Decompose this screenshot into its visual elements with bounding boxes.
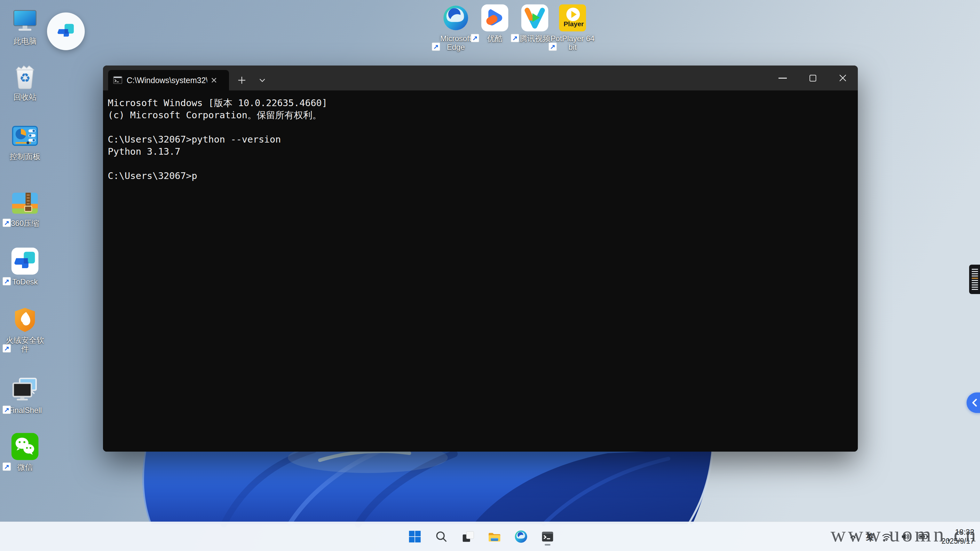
edge-taskbar-button[interactable] xyxy=(513,527,529,546)
folder-icon xyxy=(487,529,502,544)
clock-date: 2025/9/17 xyxy=(937,537,974,546)
battery-charging-icon xyxy=(918,530,929,543)
taskbar-clock[interactable]: 18:32 2025/9/17 xyxy=(937,528,974,546)
battery-icon[interactable] xyxy=(918,531,929,542)
terminal-tab-bar: C:\Windows\system32\cmd.ex xyxy=(103,65,858,91)
desktop-icon-label: ToDesk xyxy=(12,278,38,286)
recycle-bin-icon: ♻ xyxy=(11,62,39,91)
file-explorer-button[interactable] xyxy=(487,527,503,546)
desktop-icon-finalshell[interactable]: ↗ FinalShell xyxy=(3,375,47,414)
chevron-left-icon xyxy=(969,396,980,409)
running-app-indicator xyxy=(545,544,550,546)
shortcut-arrow-icon: ↗ xyxy=(3,219,11,227)
wifi-icon[interactable] xyxy=(881,531,892,542)
terminal-taskbar-button[interactable] xyxy=(539,527,555,546)
shortcut-arrow-icon: ↗ xyxy=(3,277,11,286)
terminal-line xyxy=(108,157,850,170)
slider-tick xyxy=(972,273,978,274)
shortcut-arrow-icon: ↗ xyxy=(3,462,11,471)
todesk-icon xyxy=(11,247,39,275)
desktop-icon-recycle-bin[interactable]: ♻ 回收站 xyxy=(3,62,47,101)
ime-indicator[interactable]: 英 xyxy=(866,532,874,542)
terminal-line: C:\Users\32067>python --version xyxy=(108,133,850,145)
desktop-icon-label: 回收站 xyxy=(13,93,37,101)
desktop-icon-label: 优酷 xyxy=(487,34,503,43)
shortcut-arrow-icon: ↗ xyxy=(549,43,557,51)
control-panel-icon xyxy=(11,122,39,150)
desktop-icon-control-panel[interactable]: 控制面板 xyxy=(3,121,47,161)
tencent-video-icon xyxy=(521,4,549,32)
terminal-icon xyxy=(540,529,555,544)
clock-time: 18:32 xyxy=(937,528,974,537)
task-view-icon xyxy=(461,529,475,544)
edge-icon xyxy=(442,4,470,32)
minimize-icon xyxy=(778,78,787,79)
new-tab-button[interactable] xyxy=(234,73,250,88)
todesk-floating-ball[interactable] xyxy=(47,13,85,50)
plus-icon xyxy=(237,75,247,85)
speaker-icon xyxy=(900,531,911,542)
svg-text:♻: ♻ xyxy=(19,71,31,85)
desktop-icon-wechat[interactable]: ↗ 微信 xyxy=(3,432,47,472)
terminal-body[interactable]: Microsoft Windows [版本 10.0.22635.4660] (… xyxy=(103,91,858,452)
desktop-icon-label: FinalShell xyxy=(8,406,41,414)
desktop-icon-potplayer[interactable]: Player ↗ PotPlayer 64 bit xyxy=(549,3,597,51)
desktop-icon-this-pc[interactable]: 此电脑 xyxy=(3,6,47,45)
slider-tick-active xyxy=(972,278,978,279)
finalshell-icon xyxy=(11,376,39,404)
maximize-icon xyxy=(810,75,816,81)
shortcut-arrow-icon: ↗ xyxy=(3,406,11,414)
desktop-icon-huorong[interactable]: ↗ 火绒安全软件 xyxy=(3,305,47,353)
taskbar: 英 xyxy=(0,522,980,551)
shortcut-arrow-icon: ↗ xyxy=(3,344,11,353)
this-pc-icon xyxy=(11,6,39,35)
slider-tick xyxy=(972,284,978,286)
edge-icon xyxy=(514,529,528,544)
shortcut-arrow-icon: ↗ xyxy=(471,34,479,42)
slider-tick xyxy=(972,287,978,287)
desktop-icon-label: 此电脑 xyxy=(13,37,37,45)
huorong-shield-icon xyxy=(11,306,39,333)
terminal-line: C:\Users\32067>p xyxy=(108,170,850,182)
shortcut-arrow-icon: ↗ xyxy=(432,43,440,51)
desktop-icon-360zip[interactable]: ↗ 360压缩 xyxy=(3,188,47,227)
minimize-button[interactable] xyxy=(768,65,798,91)
start-button[interactable] xyxy=(407,527,423,546)
close-icon xyxy=(210,77,218,84)
terminal-line: (c) Microsoft Corporation。保留所有权利。 xyxy=(108,109,850,121)
terminal-tab-cmd[interactable]: C:\Windows\system32\cmd.ex xyxy=(108,70,229,91)
desktop-icon-label: 控制面板 xyxy=(10,152,40,161)
svg-text:Player: Player xyxy=(563,20,584,27)
tab-close-button[interactable] xyxy=(208,75,220,86)
desktop-icon-label: 微信 xyxy=(17,463,33,472)
slider-tick xyxy=(972,271,978,272)
maximize-button[interactable] xyxy=(798,65,828,91)
desktop-icon-label: 腾讯视频 xyxy=(519,34,550,43)
taskbar-center xyxy=(407,522,555,551)
chevron-down-icon xyxy=(258,76,266,84)
search-button[interactable] xyxy=(433,527,449,546)
slider-tick xyxy=(972,269,978,270)
shortcut-arrow-icon: ↗ xyxy=(511,34,519,42)
tab-dropdown-button[interactable] xyxy=(255,73,270,88)
windows-logo-icon xyxy=(407,529,422,544)
chevron-up-icon xyxy=(848,532,858,541)
youku-icon xyxy=(481,4,509,32)
task-view-button[interactable] xyxy=(460,527,476,546)
terminal-window: C:\Windows\system32\cmd.ex xyxy=(103,65,858,452)
slider-tick xyxy=(972,289,978,290)
slider-tick xyxy=(972,280,978,281)
hidden-icons-button[interactable] xyxy=(847,531,859,542)
terminal-line: Microsoft Windows [版本 10.0.22635.4660] xyxy=(108,97,850,109)
edge-slider-widget[interactable] xyxy=(969,265,980,294)
slider-tick xyxy=(972,282,978,283)
volume-icon[interactable] xyxy=(899,531,911,542)
terminal-line xyxy=(108,121,850,133)
cmd-icon xyxy=(113,75,123,85)
slider-tick xyxy=(972,275,978,276)
close-button[interactable] xyxy=(828,65,858,91)
desktop-icon-label: 360压缩 xyxy=(11,219,39,227)
desktop-icon-todesk[interactable]: ↗ ToDesk xyxy=(3,246,47,286)
system-tray: 英 xyxy=(847,522,974,551)
360zip-icon xyxy=(11,189,39,217)
